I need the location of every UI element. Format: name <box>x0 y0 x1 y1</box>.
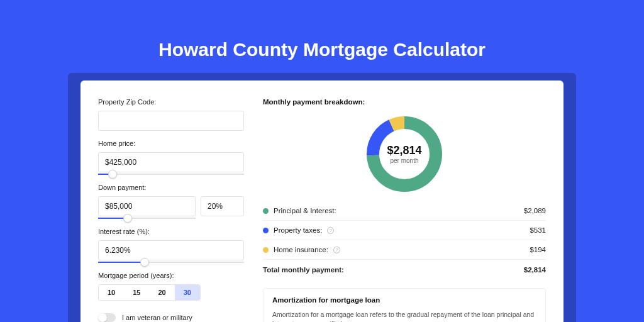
dot-icon <box>263 247 269 253</box>
legend-row-principal: Principal & Interest: $2,089 <box>263 201 546 221</box>
legend-value: $531 <box>530 226 546 234</box>
veteran-toggle[interactable] <box>98 313 116 322</box>
period-option-10[interactable]: 10 <box>99 285 124 300</box>
legend-value: $2,089 <box>524 207 546 214</box>
legend-label: Property taxes: <box>274 226 322 234</box>
donut-center: $2,814 per month <box>364 113 445 195</box>
down-payment-input[interactable] <box>98 196 196 216</box>
interest-label: Interest rate (%): <box>98 228 244 235</box>
info-icon[interactable]: ? <box>327 227 334 234</box>
period-segmented: 10 15 20 30 <box>98 284 201 301</box>
info-icon[interactable]: ? <box>333 247 340 253</box>
amortization-text: Amortization for a mortgage loan refers … <box>272 310 536 322</box>
down-payment-pct-input[interactable] <box>201 196 244 216</box>
legend: Principal & Interest: $2,089 Property ta… <box>263 201 546 279</box>
period-label: Mortgage period (years): <box>98 272 244 279</box>
period-group: Mortgage period (years): 10 15 20 30 <box>98 272 244 301</box>
total-value: $2,814 <box>524 266 546 274</box>
dot-icon <box>263 208 269 214</box>
zip-group: Property Zip Code: <box>98 98 244 131</box>
legend-label: Home insurance: <box>274 246 328 253</box>
legend-row-insurance: Home insurance: ? $194 <box>263 240 546 260</box>
zip-input[interactable] <box>98 111 244 131</box>
veteran-row: I am veteran or military <box>98 313 244 322</box>
home-price-group: Home price: <box>98 140 244 175</box>
veteran-label: I am veteran or military <box>122 314 192 321</box>
period-option-30[interactable]: 30 <box>175 285 200 300</box>
interest-input[interactable] <box>98 240 244 260</box>
home-price-input[interactable] <box>98 152 244 172</box>
toggle-knob <box>98 313 107 322</box>
interest-slider[interactable] <box>98 262 244 263</box>
amortization-heading: Amortization for mortgage loan <box>272 296 536 304</box>
breakdown-heading: Monthly payment breakdown: <box>263 98 546 106</box>
interest-group: Interest rate (%): <box>98 228 244 263</box>
legend-value: $194 <box>530 246 546 253</box>
zip-label: Property Zip Code: <box>98 98 244 106</box>
total-label: Total monthly payment: <box>263 266 344 274</box>
period-option-15[interactable]: 15 <box>124 285 149 300</box>
slider-thumb[interactable] <box>123 214 132 223</box>
page-title: Howard County Mortgage Calculator <box>0 0 644 60</box>
legend-row-taxes: Property taxes: ? $531 <box>263 221 546 240</box>
breakdown-column: Monthly payment breakdown: $2,814 p <box>255 98 546 322</box>
calculator-card: Property Zip Code: Home price: Down paym… <box>80 80 564 322</box>
down-payment-label: Down payment: <box>98 184 244 191</box>
amortization-box: Amortization for mortgage loan Amortizat… <box>263 288 546 322</box>
donut-sub: per month <box>390 157 418 164</box>
donut-value: $2,814 <box>387 144 421 157</box>
period-option-20[interactable]: 20 <box>150 285 175 300</box>
down-payment-group: Down payment: <box>98 184 244 219</box>
dot-icon <box>263 228 269 233</box>
legend-row-total: Total monthly payment: $2,814 <box>263 260 546 279</box>
slider-thumb[interactable] <box>108 170 117 179</box>
home-price-label: Home price: <box>98 140 244 147</box>
slider-thumb[interactable] <box>140 258 149 267</box>
down-payment-slider[interactable] <box>98 218 196 219</box>
donut-wrap: $2,814 per month <box>263 111 546 201</box>
donut-chart: $2,814 per month <box>364 113 445 195</box>
home-price-slider[interactable] <box>98 174 244 175</box>
legend-label: Principal & Interest: <box>274 207 336 214</box>
form-column: Property Zip Code: Home price: Down paym… <box>98 98 255 322</box>
